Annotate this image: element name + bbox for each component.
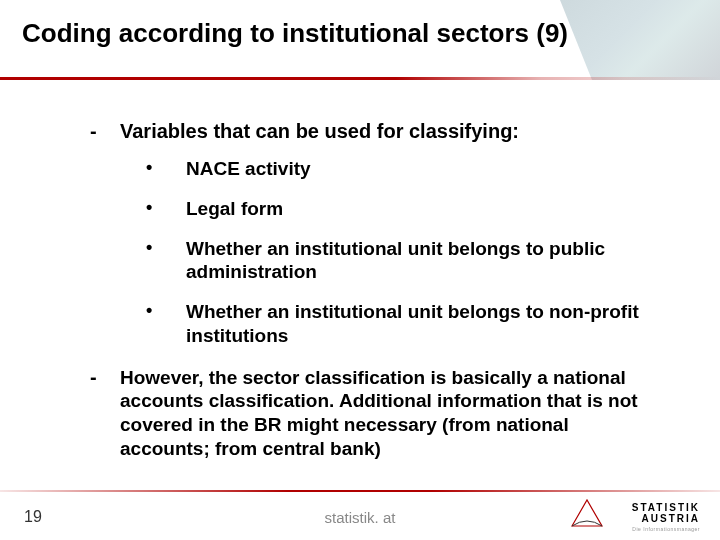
- logo-subtext: Die Informationsmanager: [632, 526, 700, 532]
- bullet-text: Legal form: [186, 197, 660, 221]
- bullet-icon: •: [146, 197, 186, 221]
- footer-site: statistik. at: [325, 509, 396, 526]
- logo: STATISTIK AUSTRIA Die Informationsmanage…: [570, 496, 700, 534]
- dash-icon: -: [90, 366, 120, 461]
- list-item: • Legal form: [146, 197, 660, 221]
- bullet-text: Whether an institutional unit belongs to…: [186, 237, 660, 285]
- section-lead: Variables that can be used for classifyi…: [120, 120, 660, 143]
- dash-icon: -: [90, 120, 120, 143]
- page-number: 19: [24, 508, 42, 526]
- list-item: - However, the sector classification is …: [90, 366, 660, 461]
- content-area: - Variables that can be used for classif…: [0, 80, 720, 461]
- logo-text: STATISTIK AUSTRIA: [570, 502, 700, 524]
- section-text: However, the sector classification is ba…: [120, 366, 660, 461]
- bullet-icon: •: [146, 237, 186, 285]
- bullet-icon: •: [146, 300, 186, 348]
- title-bar: Coding according to institutional sector…: [0, 0, 720, 80]
- list-item: - Variables that can be used for classif…: [90, 120, 660, 143]
- bullet-text: NACE activity: [186, 157, 660, 181]
- footer-divider: [0, 490, 720, 492]
- bullet-text: Whether an institutional unit belongs to…: [186, 300, 660, 348]
- footer: 19 statistik. at STATISTIK AUSTRIA Die I…: [0, 490, 720, 540]
- title-underline: [0, 77, 720, 80]
- list-item: • NACE activity: [146, 157, 660, 181]
- slide: Coding according to institutional sector…: [0, 0, 720, 540]
- list-item: • Whether an institutional unit belongs …: [146, 237, 660, 285]
- list-item: • Whether an institutional unit belongs …: [146, 300, 660, 348]
- slide-title: Coding according to institutional sector…: [22, 18, 720, 49]
- bullet-icon: •: [146, 157, 186, 181]
- bullet-list: • NACE activity • Legal form • Whether a…: [146, 157, 660, 348]
